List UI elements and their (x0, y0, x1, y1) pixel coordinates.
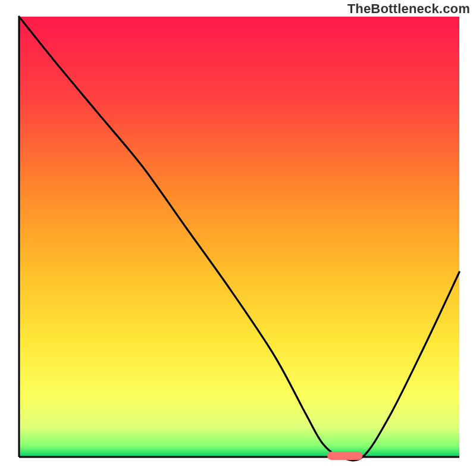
watermark-text: TheBottleneck.com (347, 1, 470, 17)
chart-container: TheBottleneck.com (0, 0, 476, 476)
bottleneck-chart (0, 0, 476, 476)
plot-background (19, 17, 459, 457)
optimal-zone-marker (327, 452, 362, 460)
